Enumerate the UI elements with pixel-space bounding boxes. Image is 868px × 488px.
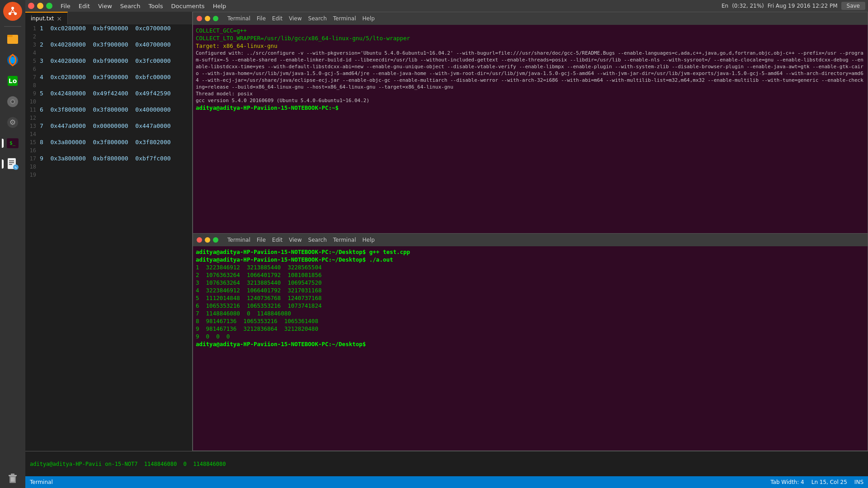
taskbar-libreoffice[interactable]: Lo	[4, 72, 22, 90]
lang-indicator: En	[722, 3, 728, 9]
line-number: 16	[25, 146, 40, 155]
line-number: 1	[25, 24, 40, 33]
tab-width[interactable]: Tab Width: 4	[770, 479, 804, 485]
menu-help[interactable]: Help	[209, 2, 230, 10]
system-info: En (0:32, 21%) Fri Aug 19 2016 12:22 PM …	[722, 2, 865, 10]
list-item: 7 1148846080 0 1148846080	[196, 310, 865, 317]
editor-area: input.txt × 11 0xc0280000 0xbf900000 0xc…	[25, 12, 868, 451]
menubar: File Edit View Search Tools Documents He…	[25, 0, 868, 12]
line-content: 8 0x3a800000 0x3f800000 0x3f802000	[40, 138, 171, 146]
list-item: 4 3223846912 1066401792 3217031168	[196, 286, 865, 294]
table-row: 179 0x3a800000 0xbf800000 0xbf7fc000	[25, 155, 192, 163]
menu-edit[interactable]: Edit	[75, 2, 94, 10]
table-row: 8	[25, 81, 192, 89]
term1-max[interactable]	[213, 16, 218, 21]
term1-menu-edit[interactable]: Edit	[269, 15, 285, 22]
list-item: gcc version 5.4.0 20160609 (Ubuntu 5.4.0…	[196, 97, 865, 104]
taskbar-system[interactable]: ⚙	[4, 113, 22, 131]
main-area: File Edit View Search Tools Documents He…	[25, 0, 868, 488]
term2-menu-file[interactable]: File	[254, 236, 269, 244]
term2-menu-help[interactable]: Help	[360, 236, 377, 244]
table-row: 53 0x40280000 0xbf900000 0x3fc00000	[25, 57, 192, 65]
taskbar-gedit[interactable]: ✎	[4, 155, 22, 173]
list-item: 5 1112014848 1240736768 1240737168	[196, 294, 865, 302]
term2-min[interactable]	[205, 237, 210, 243]
tab-input-txt[interactable]: input.txt ×	[25, 12, 68, 24]
svg-point-15	[11, 100, 14, 103]
term1-menu-view[interactable]: View	[286, 15, 304, 22]
svg-text:⚙: ⚙	[9, 118, 16, 127]
menu-view[interactable]: View	[94, 2, 116, 10]
table-row: 95 0x42480000 0x49f42400 0x49f42590	[25, 89, 192, 98]
close-button[interactable]	[28, 3, 34, 9]
line-content: 5 0x42480000 0x49f42400 0x49f42590	[40, 89, 171, 98]
terminal-window-1[interactable]: Terminal File Edit View Search Terminal …	[193, 12, 868, 242]
line-number: 17	[25, 155, 40, 163]
list-item: COLLECT_GCC=g++	[196, 27, 865, 34]
maximize-button[interactable]	[46, 3, 52, 9]
line-col: Ln 15, Col 25	[811, 479, 847, 485]
term2-menu-view[interactable]: View	[286, 236, 304, 244]
bottom-bar: aditya@aditya-HP-Pavii on-15-NOT7 114884…	[25, 451, 868, 476]
status-left: Terminal	[30, 479, 53, 485]
menu-search[interactable]: Search	[117, 2, 144, 10]
svg-text:$_: $_	[9, 140, 16, 146]
term1-menu-terminal[interactable]: Terminal	[225, 15, 253, 22]
taskbar-firefox[interactable]	[4, 51, 22, 69]
term2-menu-edit[interactable]: Edit	[269, 236, 285, 244]
line-number: 3	[25, 41, 40, 49]
table-row: 137 0x447a0000 0x00000000 0x447a0000	[25, 122, 192, 130]
terminal-1-content[interactable]: COLLECT_GCC=g++COLLECT_LTO_WRAPPER=/usr/…	[193, 25, 868, 242]
table-row: 10	[25, 98, 192, 106]
terminal-prompt: aditya@aditya-HP-Paviion-15-NOTEBOOK-PC:…	[196, 340, 865, 348]
table-row: 32 0x40280000 0x3f900000 0x40700000	[25, 41, 192, 49]
table-row: 74 0xc0280000 0x3f900000 0xbfc00000	[25, 73, 192, 81]
menu-tools[interactable]: Tools	[145, 2, 166, 10]
term1-close[interactable]	[197, 16, 202, 21]
term2-menu-terminal2[interactable]: Terminal	[330, 236, 359, 244]
term1-menu-file[interactable]: File	[254, 15, 269, 22]
term1-min[interactable]	[205, 16, 210, 21]
tab-input-txt-label: input.txt	[31, 15, 54, 22]
ubuntu-launcher[interactable]	[3, 2, 22, 21]
minimize-button[interactable]	[37, 3, 43, 9]
line-number: 11	[25, 106, 40, 114]
term1-menu-help[interactable]: Help	[360, 15, 377, 22]
save-button[interactable]: Save	[841, 2, 865, 10]
menu-documents[interactable]: Documents	[168, 2, 208, 10]
table-row: 2	[25, 33, 192, 41]
status-bar: Terminal Tab Width: 4 Ln 15, Col 25 INS	[25, 476, 868, 488]
taskbar-terminal[interactable]: $_	[4, 134, 22, 152]
table-row: 18	[25, 163, 192, 171]
line-number: 10	[25, 98, 40, 106]
menu-file[interactable]: File	[57, 2, 74, 10]
terminal-2-content[interactable]: aditya@aditya-HP-Paviion-15-NOTEBOOK-PC:…	[193, 246, 868, 450]
table-row: 158 0x3a800000 0x3f800000 0x3f802000	[25, 138, 192, 146]
table-row: 19	[25, 171, 192, 179]
list-item: 8 981467136 1065353216 1065361408	[196, 317, 865, 325]
tab-input-close[interactable]: ×	[57, 15, 62, 22]
term2-menu-search[interactable]: Search	[306, 236, 330, 244]
line-number: 14	[25, 130, 40, 138]
taskbar-files[interactable]	[4, 30, 22, 48]
terminal-window-2[interactable]: Terminal File Edit View Search Terminal …	[193, 233, 868, 451]
input-txt-content[interactable]: 11 0xc0280000 0xbf900000 0xc0700000232 0…	[25, 24, 192, 451]
svg-rect-28	[11, 474, 14, 475]
terminal-label: Terminal	[30, 479, 53, 485]
list-item: Thread model: posix	[196, 90, 865, 97]
svg-rect-8	[7, 35, 13, 37]
line-number: 19	[25, 171, 40, 179]
term1-menu-search[interactable]: Search	[306, 15, 330, 22]
table-row: 6	[25, 65, 192, 73]
taskbar-settings[interactable]	[4, 93, 22, 111]
term1-menu-terminal2[interactable]: Terminal	[330, 15, 359, 22]
term2-close[interactable]	[197, 237, 202, 243]
taskbar-trash[interactable]	[4, 469, 22, 487]
svg-point-1	[11, 7, 14, 9]
term2-menu-terminal[interactable]: Terminal	[225, 236, 253, 244]
term2-max[interactable]	[213, 237, 218, 243]
line-content: 9 0x3a800000 0xbf800000 0xbf7fc000	[40, 155, 171, 163]
line-content: 2 0x40280000 0x3f900000 0x40700000	[40, 41, 171, 49]
line-number: 6	[25, 65, 40, 73]
bottom-terminal-text: aditya@aditya-HP-Pavii on-15-NOT7 114884…	[30, 461, 226, 467]
